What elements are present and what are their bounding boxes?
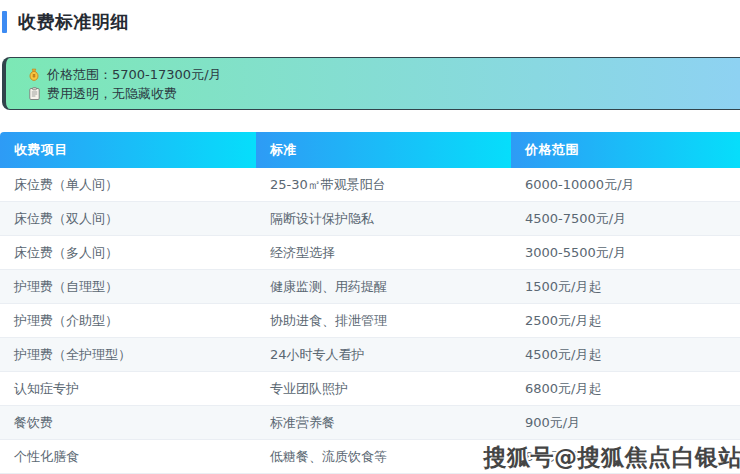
table-row: 护理费（自理型）健康监测、用药提醒1500元/月起 [0, 270, 740, 304]
cell-item: 床位费（单人间） [0, 168, 256, 202]
cell-price: 900元/月 [511, 406, 740, 440]
title-accent-bar [2, 11, 7, 33]
cell-standard: 专业团队照护 [256, 372, 511, 406]
cell-item: 护理费（全护理型） [0, 338, 256, 372]
summary-text: 价格范围：5700-17300元/月 [47, 66, 222, 84]
column-header: 价格范围 [511, 132, 740, 168]
summary-line: 价格范围：5700-17300元/月 [27, 65, 740, 84]
cell-price: 4500-7500元/月 [511, 202, 740, 236]
cell-item: 认知症专护 [0, 372, 256, 406]
fee-table-body: 床位费（单人间）25-30㎡带观景阳台6000-10000元/月床位费（双人间）… [0, 168, 740, 474]
summary-line: 费用透明，无隐藏收费 [27, 84, 740, 103]
header-row: 收费项目标准价格范围 [0, 132, 740, 168]
cell-price: 1500元/月起 [511, 270, 740, 304]
cell-price: 800元/月 [511, 440, 740, 474]
fee-table-head: 收费项目标准价格范围 [0, 132, 740, 168]
cell-item: 护理费（介助型） [0, 304, 256, 338]
cell-standard: 低糖餐、流质饮食等 [256, 440, 511, 474]
table-row: 床位费（单人间）25-30㎡带观景阳台6000-10000元/月 [0, 168, 740, 202]
table-row: 认知症专护专业团队照护6800元/月起 [0, 372, 740, 406]
cell-price: 6800元/月起 [511, 372, 740, 406]
cell-item: 个性化膳食 [0, 440, 256, 474]
table-row: 床位费（双人间）隔断设计保护隐私4500-7500元/月 [0, 202, 740, 236]
cell-item: 床位费（双人间） [0, 202, 256, 236]
page: 收费标准明细 价格范围：5700-17300元/月费用透明，无隐藏收费 收费项目… [0, 0, 740, 474]
table-row: 床位费（多人间）经济型选择3000-5500元/月 [0, 236, 740, 270]
page-title: 收费标准明细 [18, 10, 129, 34]
cell-item: 护理费（自理型） [0, 270, 256, 304]
column-header: 标准 [256, 132, 511, 168]
cell-standard: 健康监测、用药提醒 [256, 270, 511, 304]
cell-price: 6000-10000元/月 [511, 168, 740, 202]
cell-standard: 隔断设计保护隐私 [256, 202, 511, 236]
cell-price: 4500元/月起 [511, 338, 740, 372]
cell-standard: 经济型选择 [256, 236, 511, 270]
fee-table: 收费项目标准价格范围 床位费（单人间）25-30㎡带观景阳台6000-10000… [0, 132, 740, 474]
cell-item: 餐饮费 [0, 406, 256, 440]
cell-price: 3000-5500元/月 [511, 236, 740, 270]
cell-standard: 24小时专人看护 [256, 338, 511, 372]
section-title-row: 收费标准明细 [0, 0, 740, 35]
cell-standard: 协助进食、排泄管理 [256, 304, 511, 338]
table-row: 餐饮费标准营养餐900元/月 [0, 406, 740, 440]
table-row: 护理费（介助型）协助进食、排泄管理2500元/月起 [0, 304, 740, 338]
table-row: 个性化膳食低糖餐、流质饮食等800元/月 [0, 440, 740, 474]
table-row: 护理费（全护理型）24小时专人看护4500元/月起 [0, 338, 740, 372]
summary-text: 费用透明，无隐藏收费 [47, 85, 177, 103]
cell-price: 2500元/月起 [511, 304, 740, 338]
money-bag-icon [27, 68, 41, 82]
clipboard-icon [27, 87, 41, 101]
cell-standard: 25-30㎡带观景阳台 [256, 168, 511, 202]
cell-item: 床位费（多人间） [0, 236, 256, 270]
cell-standard: 标准营养餐 [256, 406, 511, 440]
price-summary-card: 价格范围：5700-17300元/月费用透明，无隐藏收费 [2, 57, 740, 110]
column-header: 收费项目 [0, 132, 256, 168]
